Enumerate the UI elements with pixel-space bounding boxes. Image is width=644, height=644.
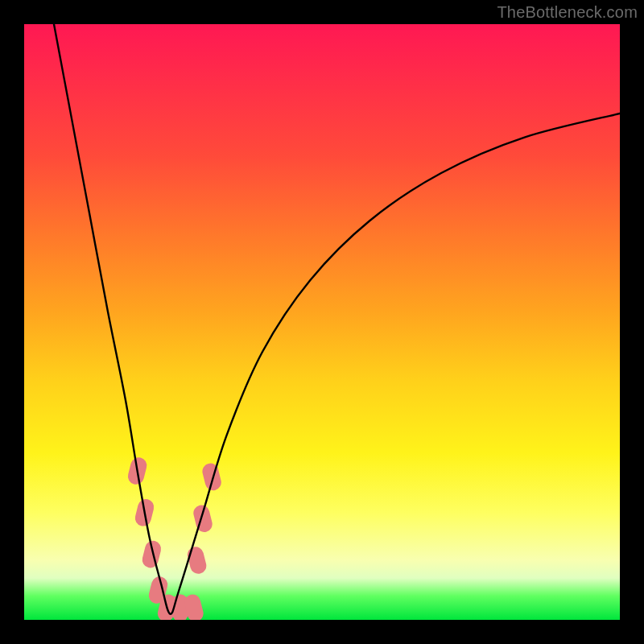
chart-stage: TheBottleneck.com <box>0 0 644 644</box>
watermark-text: TheBottleneck.com <box>497 3 638 22</box>
highlight-lozenge <box>200 461 223 492</box>
plot-area <box>24 24 620 620</box>
highlight-lozenge <box>192 503 214 534</box>
curve-svg <box>24 24 620 620</box>
bottleneck-curve <box>54 24 620 614</box>
marker-group <box>126 456 223 620</box>
